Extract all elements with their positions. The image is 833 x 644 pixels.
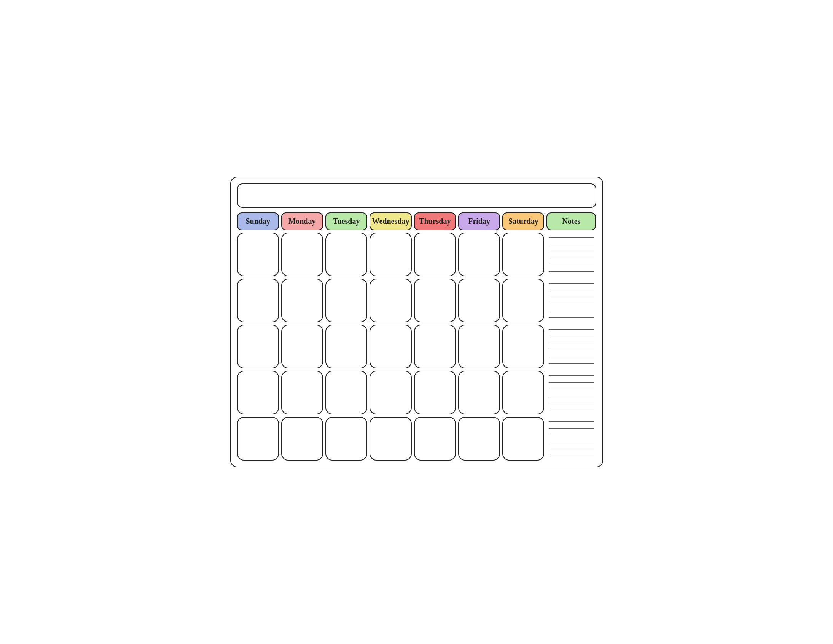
notes-lines-row5 <box>547 417 596 460</box>
notes-line <box>549 290 593 290</box>
notes-lines-row4 <box>547 371 596 414</box>
cell-row2-sat[interactable] <box>502 279 544 322</box>
notes-line <box>549 449 593 449</box>
cell-row5-wed[interactable] <box>370 417 412 460</box>
notes-line <box>549 237 593 238</box>
notes-line <box>549 343 593 343</box>
cell-row1-sun[interactable] <box>237 233 279 276</box>
cell-row3-thu[interactable] <box>414 325 456 369</box>
header-saturday: Saturday <box>502 213 544 230</box>
header-monday: Monday <box>281 213 323 230</box>
notes-line <box>549 364 593 364</box>
cell-row4-wed[interactable] <box>370 371 412 414</box>
notes-line <box>549 264 593 265</box>
header-notes: Notes <box>547 213 596 230</box>
calendar-wrapper: Sunday Monday Tuesday Wednesday Thursday… <box>230 177 603 467</box>
cell-row1-tue[interactable] <box>325 233 367 276</box>
cell-row4-thu[interactable] <box>414 371 456 414</box>
notes-line <box>549 317 593 318</box>
cell-row5-tue[interactable] <box>325 417 367 460</box>
notes-line <box>549 251 593 251</box>
notes-line <box>549 311 593 311</box>
notes-line <box>549 456 593 456</box>
notes-line <box>549 297 593 297</box>
cell-row5-sun[interactable] <box>237 417 279 460</box>
notes-line <box>549 396 593 396</box>
cell-row5-sat[interactable] <box>502 417 544 460</box>
cell-row3-sat[interactable] <box>502 325 544 369</box>
notes-line <box>549 409 593 410</box>
notes-line <box>549 382 593 383</box>
notes-line <box>549 375 593 376</box>
notes-line <box>549 435 593 435</box>
notes-line <box>549 428 593 428</box>
cell-row2-sun[interactable] <box>237 279 279 322</box>
notes-line <box>549 244 593 244</box>
cell-row4-sun[interactable] <box>237 371 279 414</box>
cell-row4-tue[interactable] <box>325 371 367 414</box>
cell-row4-mon[interactable] <box>281 371 323 414</box>
header-friday: Friday <box>458 213 500 230</box>
cell-row2-wed[interactable] <box>370 279 412 322</box>
header-thursday: Thursday <box>414 213 456 230</box>
cell-row3-tue[interactable] <box>325 325 367 369</box>
header-wednesday: Wednesday <box>370 213 412 230</box>
cell-row5-thu[interactable] <box>414 417 456 460</box>
title-bar[interactable] <box>237 184 596 208</box>
cell-row1-mon[interactable] <box>281 233 323 276</box>
cell-row2-fri[interactable] <box>458 279 500 322</box>
cell-row5-mon[interactable] <box>281 417 323 460</box>
notes-line <box>549 350 593 350</box>
notes-line <box>549 357 593 357</box>
notes-line <box>549 421 593 422</box>
notes-line <box>549 402 593 403</box>
cell-row3-wed[interactable] <box>370 325 412 369</box>
cell-row4-fri[interactable] <box>458 371 500 414</box>
cell-row3-fri[interactable] <box>458 325 500 369</box>
notes-line <box>549 283 593 283</box>
notes-line <box>549 336 593 336</box>
notes-line <box>549 389 593 390</box>
notes-lines-row2 <box>547 279 596 322</box>
cell-row4-sat[interactable] <box>502 371 544 414</box>
cell-row5-fri[interactable] <box>458 417 500 460</box>
cell-row1-sat[interactable] <box>502 233 544 276</box>
notes-line <box>549 304 593 304</box>
notes-line <box>549 271 593 272</box>
cell-row2-tue[interactable] <box>325 279 367 322</box>
calendar-grid: Sunday Monday Tuesday Wednesday Thursday… <box>237 213 596 460</box>
cell-row1-wed[interactable] <box>370 233 412 276</box>
notes-lines-row3 <box>547 325 596 369</box>
cell-row1-thu[interactable] <box>414 233 456 276</box>
notes-line <box>549 258 593 258</box>
cell-row3-sun[interactable] <box>237 325 279 369</box>
cell-row2-mon[interactable] <box>281 279 323 322</box>
cell-row2-thu[interactable] <box>414 279 456 322</box>
header-tuesday: Tuesday <box>325 213 367 230</box>
cell-row3-mon[interactable] <box>281 325 323 369</box>
notes-line <box>549 329 593 330</box>
header-sunday: Sunday <box>237 213 279 230</box>
cell-row1-fri[interactable] <box>458 233 500 276</box>
notes-lines-row1 <box>547 233 596 276</box>
notes-line <box>549 442 593 442</box>
